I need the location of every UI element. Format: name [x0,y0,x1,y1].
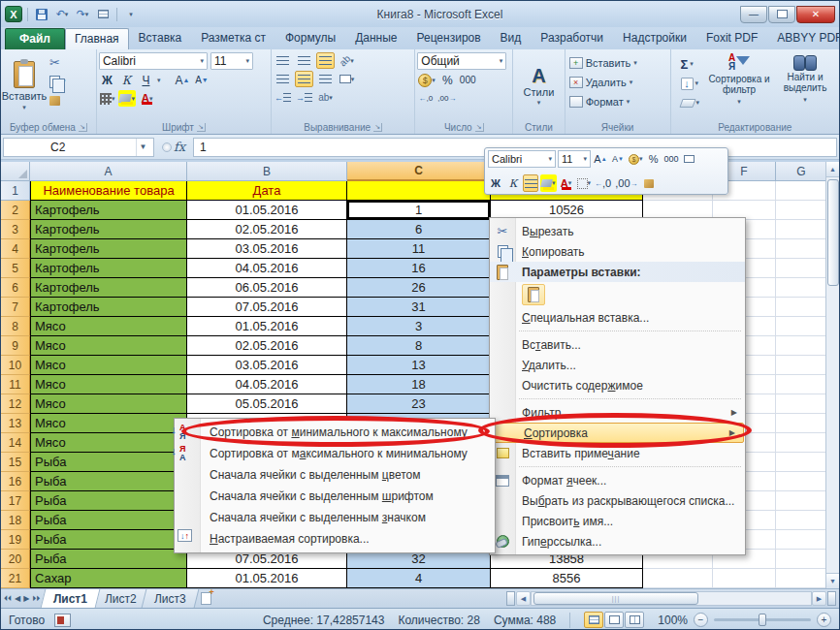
row-header-3[interactable]: 3 [1,220,30,239]
cell-A17[interactable]: Рыба [30,491,187,511]
align-center-button[interactable] [295,71,313,87]
cell-B2[interactable]: 01.05.2016 [187,201,347,220]
column-header-C[interactable]: C [347,162,491,181]
cut-button[interactable]: ✂ [46,53,70,71]
dialog-launcher-icon[interactable]: ↘ [373,123,382,132]
cell-A4[interactable]: Картофель [30,239,187,259]
redo-button[interactable]: ↷▾ [74,6,91,22]
row-header-20[interactable]: 20 [1,550,30,569]
dialog-launcher-icon[interactable]: ↘ [79,123,87,132]
cell-A6[interactable]: Картофель [30,278,187,298]
tab-Данные[interactable]: Данные [345,27,406,49]
record-macro-icon[interactable] [54,614,71,627]
name-box[interactable]: C2 ▼ [3,138,154,157]
clear-button[interactable]: ▾ [677,94,704,111]
cell-G17[interactable] [776,491,827,511]
cell-A8[interactable]: Мясо [30,317,187,336]
menu-item-присвоить-имя-[interactable]: Присвоить имя... [490,511,745,531]
row-header-19[interactable]: 19 [1,530,30,550]
scroll-down-icon[interactable]: ▼ [826,573,840,588]
tab-Главная[interactable]: Главная [65,28,129,49]
menu-item-вырезать[interactable]: ✂Вырезать [490,221,745,241]
fx-icon[interactable]: fx [174,140,185,154]
last-sheet-icon[interactable]: ⏵⏵ [32,594,40,604]
cell-G3[interactable] [776,220,827,239]
submenu-item-сортировка-от-минимального-к-максимальному[interactable]: АЯ↓Сортировка от минимального к максимал… [175,422,495,443]
menu-item-вставить-примечание[interactable]: Вставить примечание [490,443,745,463]
mini-fill-color-button[interactable]: ▾ [540,174,557,192]
menu-item-очистить-содержимое[interactable]: Очистить содержимое [490,375,745,395]
bold-button[interactable]: Ж [99,72,115,88]
delete-cells-button[interactable]: ×Удалить▾ [567,74,668,91]
cell-G14[interactable] [776,433,827,453]
increase-decimal-button[interactable]: ←,0 [417,90,434,107]
merge-center-button[interactable]: ▾ [338,71,356,87]
accounting-format-button[interactable]: $▾ [417,72,436,88]
mini-borders-button[interactable]: ▾ [576,174,593,192]
cell-G10[interactable] [776,356,827,375]
customize-qat-button[interactable]: ▾ [122,6,140,22]
wrap-text-button[interactable]: ab▾ [316,89,335,106]
cell-A21[interactable]: Сахар [30,569,187,588]
cell-A14[interactable]: Мясо [30,433,187,453]
submenu-item-сортировка-от-максимального-к-минимальному[interactable]: ЯА↓Сортировка от максимального к минимал… [175,443,495,464]
row-header-5[interactable]: 5 [1,259,30,278]
menu-item-гиперссылка-[interactable]: Гиперссылка... [490,531,745,551]
cell-A19[interactable]: Рыба [30,530,187,550]
decrease-indent-button[interactable]: ← [274,89,292,106]
window-split-handle[interactable] [827,591,836,606]
increase-indent-button[interactable]: → [295,89,313,106]
cell-B11[interactable]: 04.05.2016 [187,375,347,394]
cell-C21[interactable]: 4 [347,569,491,588]
cell-A2[interactable]: Картофель [30,201,187,220]
underline-button[interactable]: Ч [138,72,154,88]
cell-G13[interactable] [776,414,827,433]
row-header-15[interactable]: 15 [1,453,30,472]
tab-Файл[interactable]: Файл [5,28,65,49]
cell-C5[interactable]: 16 [347,259,491,278]
mini-merge-button[interactable] [682,150,697,168]
orientation-button[interactable]: ab▾ [338,52,356,69]
cell-A9[interactable]: Мясо [30,336,187,356]
mini-shrink-font-button[interactable]: А▼ [610,150,626,168]
cell-G6[interactable] [776,278,827,298]
cell-B5[interactable]: 04.05.2016 [187,259,347,278]
borders-button[interactable]: ▾ [99,90,116,107]
font-family-select[interactable]: Calibri▾ [99,52,208,70]
sheet-tab-Лист1[interactable]: Лист1 [41,589,101,608]
cell-A3[interactable]: Картофель [30,220,187,239]
scroll-left-icon[interactable]: ◀ [516,591,531,606]
sheet-tab-Лист3[interactable]: Лист3 [142,589,199,608]
normal-view-button[interactable] [584,612,603,628]
zoom-slider-thumb[interactable] [759,614,766,626]
align-right-button[interactable] [316,71,335,87]
copy-button[interactable]: ▾ [46,73,70,90]
scroll-up-icon[interactable]: ▲ [826,162,840,177]
grow-font-button[interactable]: А▲ [174,72,190,88]
cell-A5[interactable]: Картофель [30,259,187,278]
cell-B1[interactable]: Дата [187,181,347,201]
mini-italic-button[interactable]: К [505,174,521,192]
horizontal-scrollbar[interactable]: ◀ ||| ▶ [505,589,839,608]
cell-B8[interactable]: 01.05.2016 [187,317,347,336]
row-header-8[interactable]: 8 [1,317,30,336]
menu-item-вставить-[interactable]: Вставить... [490,334,745,355]
cell-B7[interactable]: 07.05.2016 [187,298,347,317]
italic-button[interactable]: К [118,72,135,88]
row-header-7[interactable]: 7 [1,298,30,317]
mini-center-button[interactable] [523,174,538,192]
minimize-button[interactable]: — [740,6,767,23]
row-header-14[interactable]: 14 [1,433,30,453]
row-header-12[interactable]: 12 [1,394,30,414]
tab-Вид[interactable]: Вид [491,27,532,49]
cell-G2[interactable] [776,201,827,220]
cell-B21[interactable]: 01.05.2016 [187,569,347,588]
mini-increase-decimal-button[interactable]: ←,0 [594,174,612,192]
close-button[interactable]: ✕ [796,6,835,23]
row-header-18[interactable]: 18 [1,511,30,530]
cell-C3[interactable]: 6 [347,220,491,239]
format-cells-button[interactable]: Формат▾ [567,93,668,110]
cell-A15[interactable]: Рыба [30,453,187,472]
cell-C6[interactable]: 26 [347,278,491,298]
comma-style-button[interactable]: 000 [459,72,477,88]
